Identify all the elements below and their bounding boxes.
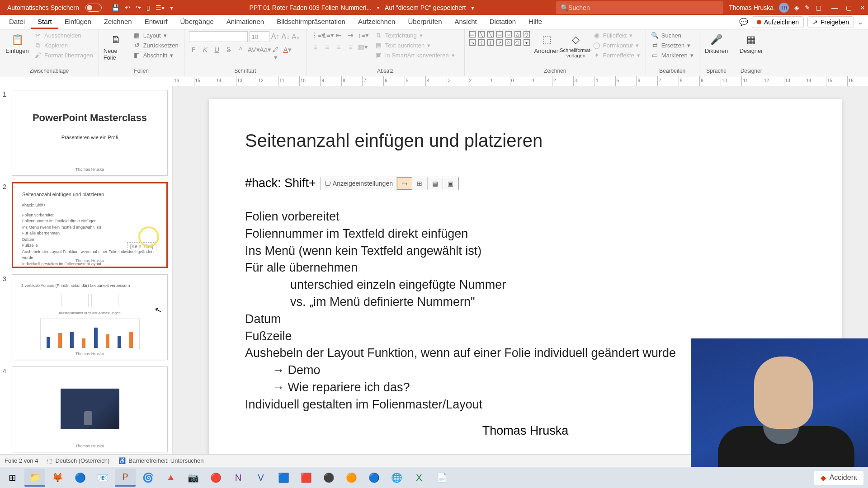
toggle-off-icon[interactable]	[85, 4, 102, 12]
select-button[interactable]: ▭Markieren▾	[651, 51, 694, 59]
highlight-button[interactable]: 🖍▾	[271, 46, 280, 61]
tab-start[interactable]: Start	[31, 15, 58, 29]
share-button[interactable]: ↗Freigeben	[807, 16, 854, 28]
user-name[interactable]: Thomas Hruska	[729, 4, 774, 11]
increase-font-icon[interactable]: A↑	[271, 33, 280, 41]
app-icon[interactable]: 🟥	[296, 469, 316, 487]
text-align-button[interactable]: ▤Text ausrichten▾	[374, 41, 456, 49]
shapes-gallery[interactable]: ▭╲╲▭○△⬡ ↘{}↗☆⬠▾	[469, 31, 531, 46]
user-avatar[interactable]: TH	[779, 3, 789, 13]
effects-button[interactable]: ✦Formeffekte▾	[592, 51, 641, 59]
replace-button[interactable]: ⇄Ersetzen▾	[651, 41, 694, 49]
minimize-icon[interactable]: —	[831, 4, 838, 11]
decrease-font-icon[interactable]: A↓	[281, 33, 290, 41]
columns-icon[interactable]: ▥▾	[358, 43, 367, 51]
fill-button[interactable]: ◉Fülleffekt▾	[592, 31, 641, 39]
paste-button[interactable]: 📋Einfügen	[5, 31, 30, 54]
vlc-icon[interactable]: 🔺	[160, 469, 181, 487]
save-location[interactable]: Auf "diesem PC" gespeichert	[385, 4, 466, 11]
strikethrough-button[interactable]: S̶	[224, 46, 233, 61]
display-settings-button[interactable]: 🖵Anzeigeeinstellungen	[321, 177, 397, 190]
reading-view-icon[interactable]: ▤	[428, 177, 443, 190]
tab-hilfe[interactable]: Hilfe	[522, 15, 548, 29]
ruler-horizontal[interactable]: 1615141312111098765432101234567891011121…	[173, 76, 868, 86]
bold-button[interactable]: F	[189, 46, 198, 61]
document-title[interactable]: PPT 01 Roter Faden 003 Folien-Nummeri...	[249, 4, 372, 11]
thumbnail-1[interactable]: 1 PowerPoint Masterclass Präsentieren wi…	[3, 90, 168, 176]
spacing-button[interactable]: AV▾	[248, 46, 257, 61]
collapse-ribbon-icon[interactable]: ⌄	[858, 18, 863, 26]
arrange-button[interactable]: ⬚Anordnen	[534, 31, 560, 54]
app-icon[interactable]: 🔵	[363, 469, 384, 487]
find-button[interactable]: 🔍Suchen	[651, 31, 694, 39]
italic-button[interactable]: K	[201, 46, 210, 61]
font-size-input[interactable]	[250, 31, 269, 42]
search-box[interactable]: 🔍	[556, 1, 723, 14]
tab-einfuegen[interactable]: Einfügen	[58, 15, 98, 29]
slideshow-view-icon[interactable]: ▣	[443, 177, 458, 190]
tab-entwurf[interactable]: Entwurf	[138, 15, 174, 29]
accessibility-button[interactable]: ♿Barrierefreiheit: Untersuchen	[118, 457, 203, 464]
tab-animationen[interactable]: Animationen	[220, 15, 270, 29]
designer-button[interactable]: ▦Designer	[739, 31, 764, 54]
obs-icon[interactable]: ⚫	[318, 469, 339, 487]
ink-icon[interactable]: ✎	[805, 4, 810, 11]
tab-dictation[interactable]: Dictation	[483, 15, 522, 29]
start-button[interactable]: ⊞	[2, 469, 23, 487]
notification-toast[interactable]: ◆ Accident	[814, 471, 863, 485]
dictate-button[interactable]: 🎤Diktieren	[704, 31, 729, 54]
touch-mode-icon[interactable]: ☰▾	[156, 4, 165, 11]
outlook-icon[interactable]: 📧	[92, 469, 113, 487]
tab-bildschirm[interactable]: Bildschirmpräsentation	[270, 15, 352, 29]
todoist-icon[interactable]: 🔴	[205, 469, 226, 487]
font-color-button[interactable]: A▾	[283, 46, 292, 61]
close-icon[interactable]: ✕	[860, 4, 865, 11]
undo-icon[interactable]: ↶	[125, 4, 130, 11]
format-painter-button[interactable]: 🖌Format übertragen	[33, 51, 94, 59]
app-icon[interactable]: 📷	[183, 469, 203, 487]
slide-title[interactable]: Seitenanzahl einfügen und platzieren	[245, 131, 806, 151]
shadow-button[interactable]: ᴬ	[236, 46, 245, 61]
justify-icon[interactable]: ≡	[346, 43, 355, 51]
redo-icon[interactable]: ↷	[136, 4, 141, 11]
visio-icon[interactable]: V	[250, 469, 271, 487]
slide-thumbnails-panel[interactable]: 1 PowerPoint Masterclass Präsentieren wi…	[0, 86, 173, 454]
tab-datei[interactable]: Datei	[3, 15, 31, 29]
section-button[interactable]: ◧Abschnitt▾	[132, 51, 179, 59]
thumbnail-3[interactable]: 3 2 vertikale Achsen (Primär, sekundär) …	[3, 274, 168, 360]
explorer-icon[interactable]: 📁	[24, 469, 45, 487]
app-icon[interactable]: 📄	[431, 469, 452, 487]
indent-dec-icon[interactable]: ⇤	[335, 31, 344, 39]
app-icon[interactable]: 🌀	[137, 469, 158, 487]
qat-more-icon[interactable]: ▾	[170, 4, 173, 11]
maximize-icon[interactable]: ▢	[846, 4, 852, 11]
edge-icon[interactable]: 🌐	[386, 469, 407, 487]
sorter-view-icon[interactable]: ⊞	[412, 177, 428, 190]
powerpoint-icon[interactable]: P	[115, 469, 136, 487]
firefox-icon[interactable]: 🦊	[47, 469, 68, 487]
hack-label[interactable]: #hack: Shift+	[245, 176, 316, 190]
present-start-icon[interactable]: ▯	[146, 4, 150, 11]
line-spacing-icon[interactable]: ↕≡▾	[358, 31, 367, 39]
comments-icon[interactable]: 💬	[739, 18, 748, 26]
tab-zeichnen[interactable]: Zeichnen	[98, 15, 138, 29]
text-direction-button[interactable]: ⇅Textrichtung▾	[374, 31, 456, 39]
autosave-toggle[interactable]: Automatisches Speichern	[3, 4, 106, 12]
new-slide-button[interactable]: 🗎Neue Folie	[104, 31, 129, 61]
save-icon[interactable]: 💾	[112, 4, 119, 11]
smartart-button[interactable]: ▣In SmartArt konvertieren▾	[374, 51, 456, 59]
bullets-icon[interactable]: ⋮≡▾	[311, 31, 320, 39]
record-button[interactable]: Aufzeichnen	[752, 16, 804, 28]
cut-button[interactable]: ✂Ausschneiden	[33, 31, 94, 39]
thumbnail-2[interactable]: 2 Seitenanzahl einfügen und platzieren #…	[3, 182, 168, 268]
app-icon[interactable]: 🟠	[341, 469, 362, 487]
copy-button[interactable]: ⧉Kopieren	[33, 41, 94, 49]
onenote-icon[interactable]: N	[228, 469, 249, 487]
search-input[interactable]	[568, 4, 719, 11]
ribbon-mode-icon[interactable]: ▢	[816, 4, 821, 11]
align-left-icon[interactable]: ≡	[311, 43, 320, 51]
align-center-icon[interactable]: ≡	[323, 43, 332, 51]
app-icon[interactable]: 🟦	[273, 469, 294, 487]
chrome-icon[interactable]: 🔵	[70, 469, 90, 487]
case-button[interactable]: Aa▾	[259, 46, 269, 61]
